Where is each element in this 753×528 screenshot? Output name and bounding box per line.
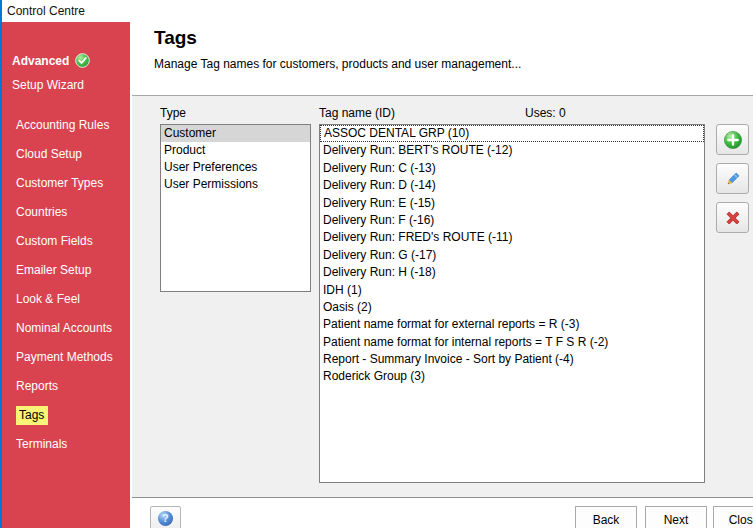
tag-row-label: Delivery Run: H (-18) (323, 265, 436, 279)
type-listbox[interactable]: CustomerProductUser PreferencesUser Perm… (160, 124, 311, 292)
tag-row-label: Report - Summary Invoice - Sort by Patie… (323, 352, 574, 366)
tag-row[interactable]: Delivery Run: G (-17) (320, 247, 704, 264)
type-option-user-permissions[interactable]: User Permissions (161, 176, 310, 193)
sidebar-item-payment-methods[interactable]: Payment Methods (2, 350, 130, 379)
back-button[interactable]: Back (575, 506, 637, 528)
sidebar-item-customer-types-label: Customer Types (16, 176, 103, 190)
type-option-customer[interactable]: Customer (161, 125, 310, 142)
type-label: Type (160, 106, 186, 120)
green-check-icon (75, 53, 90, 68)
page-title: Tags (154, 27, 197, 49)
edit-pencil-icon (723, 169, 743, 189)
help-button[interactable]: ? (150, 506, 181, 528)
sidebar-item-look-feel[interactable]: Look & Feel (2, 292, 130, 321)
tag-row[interactable]: Delivery Run: D (-14) (320, 177, 704, 194)
tag-row[interactable]: Delivery Run: E (-15) (320, 195, 704, 212)
sidebar-item-reports-label: Reports (16, 379, 58, 393)
window-title: Control Centre (7, 4, 85, 18)
sidebar-item-accounting-rules-label: Accounting Rules (16, 118, 109, 132)
sidebar-item-reports[interactable]: Reports (2, 379, 130, 408)
tag-row[interactable]: Delivery Run: H (-18) (320, 264, 704, 281)
tag-row[interactable]: Patient name format for external reports… (320, 316, 704, 333)
sidebar-item-terminals-label: Terminals (16, 437, 67, 451)
sidebar-item-payment-methods-label: Payment Methods (16, 350, 113, 364)
page-subtitle: Manage Tag names for customers, products… (154, 57, 521, 71)
sidebar-item-terminals[interactable]: Terminals (2, 437, 130, 466)
edit-tag-button[interactable] (716, 163, 749, 194)
tag-row-label: Delivery Run: FRED's ROUTE (-11) (323, 230, 512, 244)
sidebar-item-tags[interactable]: Tags (2, 408, 130, 437)
tag-row[interactable]: Roderick Group (3) (320, 368, 704, 385)
sidebar-item-countries-label: Countries (16, 205, 67, 219)
sidebar-item-customer-types[interactable]: Customer Types (2, 176, 130, 205)
next-button[interactable]: Next (645, 506, 707, 528)
sidebar-item-countries[interactable]: Countries (2, 205, 130, 234)
svg-text:?: ? (162, 513, 168, 524)
tag-row-label: Delivery Run: F (-16) (323, 213, 434, 227)
tag-row[interactable]: ASSOC DENTAL GRP (10) (320, 125, 704, 142)
tag-row-label: Patient name format for external reports… (323, 317, 579, 331)
sidebar-item-advanced[interactable]: Advanced (12, 53, 130, 68)
sidebar-item-setup-wizard[interactable]: Setup Wizard (12, 78, 130, 92)
sidebar-item-tags-label: Tags (16, 406, 48, 425)
sidebar-item-emailer-setup-label: Emailer Setup (16, 263, 91, 277)
tag-row[interactable]: Report - Summary Invoice - Sort by Patie… (320, 351, 704, 368)
type-option-product[interactable]: Product (161, 142, 310, 159)
sidebar-item-nominal-accounts[interactable]: Nominal Accounts (2, 321, 130, 350)
tag-row[interactable]: Delivery Run: F (-16) (320, 212, 704, 229)
sidebar-item-nominal-accounts-label: Nominal Accounts (16, 321, 112, 335)
tag-row[interactable]: Delivery Run: FRED's ROUTE (-11) (320, 229, 704, 246)
sidebar-item-cloud-setup-label: Cloud Setup (16, 147, 82, 161)
control-centre-window: Control Centre Advanced Setup Wizard Acc… (0, 0, 753, 528)
tag-row-label: Oasis (2) (323, 300, 372, 314)
tag-actions (716, 124, 750, 241)
tag-row-label: Delivery Run: C (-13) (323, 161, 436, 175)
sidebar-item-custom-fields-label: Custom Fields (16, 234, 93, 248)
tag-name-listbox[interactable]: ASSOC DENTAL GRP (10)Delivery Run: BERT'… (319, 124, 705, 483)
sidebar-item-cloud-setup[interactable]: Cloud Setup (2, 147, 130, 176)
tag-row-label: ASSOC DENTAL GRP (10) (324, 126, 469, 140)
tag-row-label: IDH (1) (323, 283, 362, 297)
sidebar: Advanced Setup Wizard Accounting RulesCl… (2, 22, 130, 528)
tag-row[interactable]: Delivery Run: C (-13) (320, 160, 704, 177)
tags-panel: Type Tag name (ID) Uses: 0 CustomerProdu… (132, 95, 753, 497)
tag-row-label: Patient name format for internal reports… (323, 335, 608, 349)
tag-row-label: Delivery Run: BERT's ROUTE (-12) (323, 143, 512, 157)
sidebar-items: Accounting RulesCloud SetupCustomer Type… (2, 118, 130, 466)
footer-bar: ? Back Next Close (132, 497, 753, 528)
type-option-user-preferences-label: User Preferences (164, 160, 257, 174)
uses-count-label: Uses: 0 (525, 106, 566, 120)
main-content: Tags Manage Tag names for customers, pro… (132, 22, 753, 528)
tag-row[interactable]: Oasis (2) (320, 299, 704, 316)
type-option-customer-label: Customer (164, 126, 216, 140)
type-option-product-label: Product (164, 143, 205, 157)
delete-tag-button[interactable] (716, 202, 749, 233)
help-question-icon: ? (157, 510, 174, 527)
type-option-user-permissions-label: User Permissions (164, 177, 258, 191)
tag-name-label: Tag name (ID) (319, 106, 395, 120)
delete-icon (723, 208, 743, 228)
tag-row-label: Delivery Run: E (-15) (323, 196, 435, 210)
sidebar-item-emailer-setup[interactable]: Emailer Setup (2, 263, 130, 292)
type-option-user-preferences[interactable]: User Preferences (161, 159, 310, 176)
advanced-label: Advanced (12, 54, 69, 68)
title-bar: Control Centre (2, 0, 753, 22)
tag-row-label: Delivery Run: D (-14) (323, 178, 436, 192)
tag-row-label: Roderick Group (3) (323, 369, 425, 383)
tag-row-label: Delivery Run: G (-17) (323, 248, 436, 262)
sidebar-item-look-feel-label: Look & Feel (16, 292, 80, 306)
tag-row[interactable]: Delivery Run: BERT's ROUTE (-12) (320, 142, 704, 159)
add-icon (723, 130, 743, 150)
tag-row[interactable]: Patient name format for internal reports… (320, 334, 704, 351)
tag-row[interactable]: IDH (1) (320, 282, 704, 299)
sidebar-item-accounting-rules[interactable]: Accounting Rules (2, 118, 130, 147)
close-button[interactable]: Close (713, 506, 753, 528)
sidebar-item-custom-fields[interactable]: Custom Fields (2, 234, 130, 263)
add-tag-button[interactable] (716, 124, 749, 155)
